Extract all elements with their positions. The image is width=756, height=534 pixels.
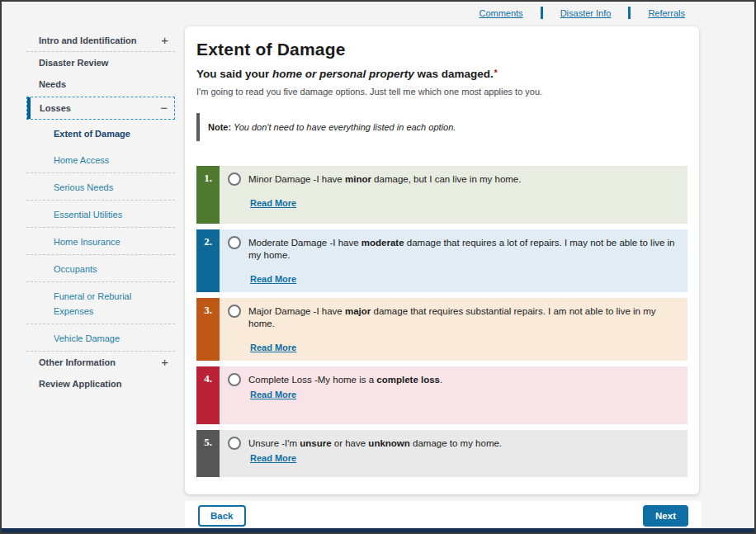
sidebar-item-label: Extent of Damage [54, 129, 130, 139]
sidebar-item-vehicle-damage[interactable]: Vehicle Damage [26, 324, 175, 352]
question-subtitle: You said your home or personal property … [196, 68, 687, 80]
sidebar-item-label: Disaster Review [39, 58, 108, 68]
option-row-minor-damage: 1. Minor Damage -I have minor damage, bu… [196, 166, 687, 224]
option-number-badge: 4. [196, 366, 220, 424]
radio-button[interactable] [228, 437, 241, 450]
sidebar-item-occupants[interactable]: Occupants [26, 255, 175, 282]
option-number-badge: 2. [196, 229, 220, 292]
plus-icon[interactable]: + [161, 36, 168, 45]
radio-button[interactable] [228, 373, 241, 386]
subtitle-text: was damaged. [414, 68, 494, 80]
sidebar-item-review-application[interactable]: Review Application [26, 373, 175, 395]
footer-strip [2, 528, 754, 532]
option-body: Major Damage -I have major damage that r… [220, 298, 687, 361]
option-body: Moderate Damage -I have moderate damage … [220, 229, 687, 292]
disaster-info-link[interactable]: Disaster Info [560, 8, 612, 18]
referrals-link[interactable]: Referrals [648, 8, 685, 18]
damage-options-list: 1. Minor Damage -I have minor damage, bu… [196, 166, 687, 477]
option-number-badge: 1. [196, 166, 220, 224]
app-window: Comments Disaster Info Referrals Intro a… [0, 0, 756, 534]
option-label: Unsure -I'm unsure or have unknown damag… [248, 437, 502, 450]
sidebar-item-label: Serious Needs [54, 182, 113, 192]
read-more-link[interactable]: Read More [250, 390, 296, 399]
sidebar-item-home-access[interactable]: Home Access [26, 146, 175, 173]
nav-separator [628, 7, 631, 19]
note-text: You don't need to have everything listed… [231, 122, 456, 132]
sidebar-item-needs[interactable]: Needs [26, 73, 175, 95]
option-row-major-damage: 3. Major Damage -I have major damage tha… [196, 298, 687, 361]
option-body: Minor Damage -I have minor damage, but I… [220, 166, 687, 224]
option-number-badge: 5. [196, 430, 220, 477]
read-more-link[interactable]: Read More [250, 198, 296, 208]
sidebar-item-label: Vehicle Damage [54, 333, 120, 343]
option-label: Minor Damage -I have minor damage, but I… [248, 173, 521, 186]
next-button[interactable]: Next [643, 505, 688, 527]
footer-button-bar: Back Next [185, 501, 702, 530]
sidebar-item-label: Essential Utilities [54, 210, 122, 220]
nav-separator [541, 7, 543, 19]
top-nav: Comments Disaster Info Referrals [479, 7, 685, 19]
back-button[interactable]: Back [198, 505, 246, 527]
note-box: Note: You don't need to have everything … [196, 113, 687, 141]
sidebar-item-funeral-or-reburial-expenses[interactable]: Funeral or Reburial Expenses [26, 282, 175, 324]
option-row-unsure: 5. Unsure -I'm unsure or have unknown da… [196, 430, 687, 477]
instruction-text: I'm going to read you five damage option… [196, 87, 687, 97]
sidebar-item-label: Losses [40, 103, 71, 113]
minus-icon[interactable]: − [160, 104, 168, 112]
option-label: Moderate Damage -I have moderate damage … [248, 237, 678, 262]
read-more-link[interactable]: Read More [250, 453, 296, 463]
sidebar-item-label: Intro and Identification [39, 35, 137, 45]
radio-button[interactable] [228, 305, 241, 318]
sidebar-item-disaster-review[interactable]: Disaster Review [26, 52, 175, 73]
sidebar-item-label: Review Application [39, 379, 121, 389]
sidebar-nav: Intro and Identification + Disaster Revi… [26, 30, 175, 395]
main-content-panel: Extent of Damage You said your home or p… [185, 26, 699, 494]
sidebar-item-serious-needs[interactable]: Serious Needs [26, 173, 175, 201]
option-label: Complete Loss -My home is a complete los… [248, 374, 442, 386]
radio-button[interactable] [228, 172, 241, 186]
required-asterisk: * [494, 69, 498, 78]
note-label: Note: [208, 122, 231, 132]
read-more-link[interactable]: Read More [250, 274, 296, 284]
sidebar-item-label: Needs [39, 79, 66, 89]
comments-link[interactable]: Comments [479, 8, 522, 18]
sidebar-item-intro-and-identification[interactable]: Intro and Identification + [26, 30, 175, 52]
sidebar-item-label: Occupants [54, 264, 97, 274]
sidebar-item-other-information[interactable]: Other Information + [26, 352, 175, 373]
plus-icon[interactable]: + [161, 358, 168, 366]
option-row-moderate-damage: 2. Moderate Damage -I have moderate dama… [196, 229, 687, 292]
sidebar-item-essential-utilities[interactable]: Essential Utilities [26, 201, 175, 228]
option-body: Unsure -I'm unsure or have unknown damag… [220, 430, 687, 477]
sidebar-item-label: Home Insurance [54, 237, 120, 247]
read-more-link[interactable]: Read More [250, 343, 296, 352]
sidebar-item-losses[interactable]: Losses − [26, 97, 175, 120]
subtitle-italic-text: home or personal property [272, 68, 414, 80]
sidebar-item-label: Home Access [54, 155, 109, 165]
sidebar-item-home-insurance[interactable]: Home Insurance [26, 228, 175, 255]
option-row-complete-loss: 4. Complete Loss -My home is a complete … [196, 366, 687, 424]
option-body: Complete Loss -My home is a complete los… [220, 366, 687, 424]
radio-button[interactable] [228, 236, 241, 249]
option-label: Major Damage -I have major damage that r… [248, 305, 678, 330]
sidebar-item-label: Funeral or Reburial Expenses [54, 291, 131, 316]
page-title: Extent of Damage [196, 40, 687, 59]
subtitle-text: You said your [196, 68, 272, 80]
sidebar-item-extent-of-damage[interactable]: Extent of Damage [26, 120, 175, 146]
option-number-badge: 3. [196, 298, 220, 361]
sidebar-item-label: Other Information [39, 357, 116, 367]
